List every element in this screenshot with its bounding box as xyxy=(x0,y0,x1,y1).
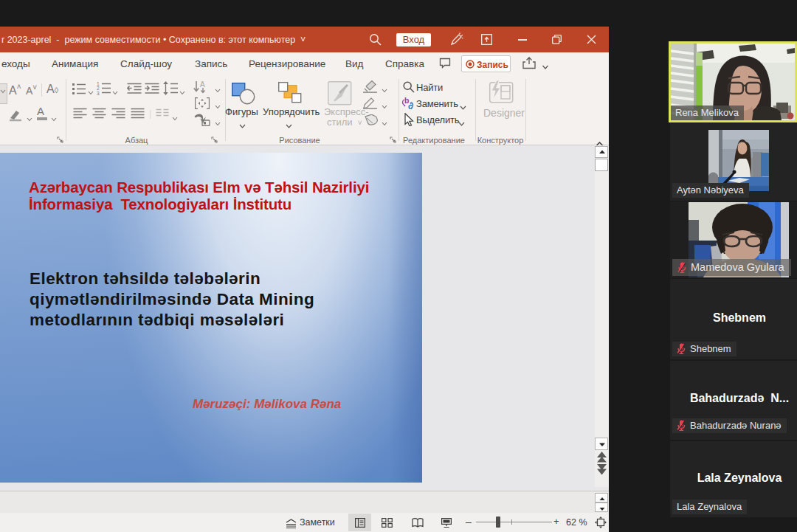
svg-text:3: 3 xyxy=(97,91,100,96)
svg-text:A: A xyxy=(200,80,205,89)
